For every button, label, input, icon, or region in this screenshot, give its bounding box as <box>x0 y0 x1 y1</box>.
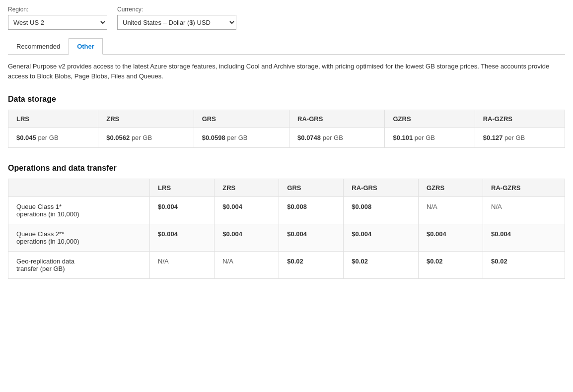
table-row: Queue Class 2**operations (in 10,000) $0… <box>8 224 565 252</box>
ra-gzrs-price: $0.127 per GB <box>475 128 565 148</box>
row-gzrs-2: $0.02 <box>419 252 483 279</box>
zrs-price: $0.0562 per GB <box>98 128 194 148</box>
row-zrs-0: $0.004 <box>215 197 279 224</box>
row-ra-grs-0: $0.008 <box>344 197 419 224</box>
ops-col-label <box>8 179 150 197</box>
ops-col-gzrs: GZRS <box>419 179 483 197</box>
row-ra-grs-2: $0.02 <box>344 252 419 279</box>
col-header-zrs: ZRS <box>98 110 194 128</box>
ops-col-zrs: ZRS <box>215 179 279 197</box>
row-ra-gzrs-0: N/A <box>483 197 565 224</box>
tabs-container: Recommended Other <box>8 38 565 55</box>
row-gzrs-0: N/A <box>419 197 483 224</box>
data-storage-table: LRS ZRS GRS RA-GRS GZRS RA-GZRS $0.045 p… <box>8 110 565 148</box>
grs-price: $0.0598 per GB <box>194 128 289 148</box>
operations-table: LRS ZRS GRS RA-GRS GZRS RA-GZRS Queue Cl… <box>8 179 565 279</box>
col-header-ra-gzrs: RA-GZRS <box>475 110 565 128</box>
currency-control: Currency: United States – Dollar ($) USD… <box>117 6 236 30</box>
table-row: $0.045 per GB $0.0562 per GB $0.0598 per… <box>8 128 565 148</box>
row-label-1: Queue Class 2**operations (in 10,000) <box>8 224 150 252</box>
row-gzrs-1: $0.004 <box>419 224 483 252</box>
gzrs-price: $0.101 per GB <box>385 128 475 148</box>
region-select[interactable]: West US 2 East US East US 2 West US Nort… <box>8 15 107 30</box>
row-ra-grs-1: $0.004 <box>344 224 419 252</box>
ops-col-ra-gzrs: RA-GZRS <box>483 179 565 197</box>
ops-header-row: LRS ZRS GRS RA-GRS GZRS RA-GZRS <box>8 179 565 197</box>
ops-col-grs: GRS <box>279 179 344 197</box>
lrs-price: $0.045 per GB <box>8 128 98 148</box>
region-control: Region: West US 2 East US East US 2 West… <box>8 6 107 30</box>
table-row: Geo-replication datatransfer (per GB) N/… <box>8 252 565 279</box>
operations-section: Operations and data transfer LRS ZRS GRS… <box>8 164 565 279</box>
row-lrs-0: $0.004 <box>150 197 215 224</box>
ops-col-lrs: LRS <box>150 179 215 197</box>
tab-other[interactable]: Other <box>69 38 103 55</box>
tab-recommended[interactable]: Recommended <box>8 38 69 55</box>
currency-label: Currency: <box>117 6 236 13</box>
row-zrs-1: $0.004 <box>215 224 279 252</box>
col-header-gzrs: GZRS <box>385 110 475 128</box>
ra-grs-price: $0.0748 per GB <box>289 128 385 148</box>
description-text: General Purpose v2 provides access to th… <box>8 62 554 81</box>
row-grs-1: $0.004 <box>279 224 344 252</box>
row-lrs-1: $0.004 <box>150 224 215 252</box>
operations-title: Operations and data transfer <box>8 164 565 173</box>
col-header-grs: GRS <box>194 110 289 128</box>
row-grs-2: $0.02 <box>279 252 344 279</box>
row-label-0: Queue Class 1*operations (in 10,000) <box>8 197 150 224</box>
row-label-2: Geo-replication datatransfer (per GB) <box>8 252 150 279</box>
row-ra-gzrs-2: $0.02 <box>483 252 565 279</box>
table-row: Queue Class 1*operations (in 10,000) $0.… <box>8 197 565 224</box>
row-grs-0: $0.008 <box>279 197 344 224</box>
ops-col-ra-grs: RA-GRS <box>344 179 419 197</box>
col-header-ra-grs: RA-GRS <box>289 110 385 128</box>
row-ra-gzrs-1: $0.004 <box>483 224 565 252</box>
row-zrs-2: N/A <box>215 252 279 279</box>
data-storage-title: Data storage <box>8 95 565 104</box>
data-storage-section: Data storage LRS ZRS GRS RA-GRS GZRS RA-… <box>8 95 565 148</box>
col-header-lrs: LRS <box>8 110 98 128</box>
top-controls: Region: West US 2 East US East US 2 West… <box>8 6 565 30</box>
region-label: Region: <box>8 6 107 13</box>
row-lrs-2: N/A <box>150 252 215 279</box>
currency-select[interactable]: United States – Dollar ($) USD Euro (€) … <box>117 15 236 30</box>
table-header-row: LRS ZRS GRS RA-GRS GZRS RA-GZRS <box>8 110 565 128</box>
